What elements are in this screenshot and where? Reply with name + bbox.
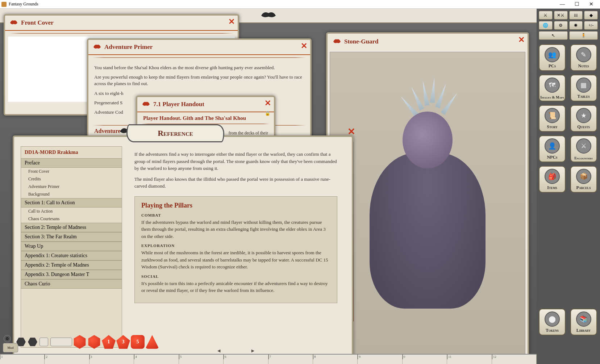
close-button[interactable]: ✕ [584,1,599,8]
minimize-button[interactable]: — [555,1,570,8]
d4-die[interactable] [145,335,159,349]
hotkey-2[interactable]: 2 [45,355,89,364]
close-icon[interactable]: ✕ [517,36,525,44]
images-icon: 🗺 [545,78,560,93]
modifier-box[interactable]: Mod [3,343,18,352]
toc-section-wrap[interactable]: Wrap Up [21,242,122,251]
tool-character-mode[interactable]: 🧍 [569,31,598,40]
sidebar-quests[interactable]: ★Quests [570,105,597,132]
reference-tab-label: Reference [158,129,193,138]
tool-combat[interactable]: ✕⚔ [554,11,568,20]
parcels-icon: 📦 [576,169,591,184]
toc-item[interactable]: Front Cover [21,168,122,175]
close-icon[interactable]: ✕ [264,99,272,107]
hotkey-7[interactable]: 7 [268,355,313,364]
dice-count-input[interactable] [50,338,72,346]
dice-input[interactable] [39,338,48,346]
lock-icon[interactable]: 🔒 [265,111,270,116]
hotkey-5[interactable]: 5 [179,355,224,364]
window-header[interactable]: 7.1 Player Handout [137,97,274,112]
close-icon[interactable]: ✕ [300,42,308,50]
hotkey-9[interactable]: 9 [358,355,402,364]
sidebar-pcs[interactable]: 👥PCs [539,44,566,71]
toc-item[interactable]: Call to Action [21,208,122,215]
toc-section-app1[interactable]: Appendix 1: Creature statistics [21,251,122,260]
dragon-logo-icon [259,10,278,21]
encounters-icon: ⚔ [576,138,591,154]
next-page-button[interactable]: ► [250,348,255,354]
hotkey-4[interactable]: 4 [134,355,179,364]
prev-page-button[interactable]: ◄ [216,348,221,354]
divider [93,57,306,58]
hotkey-8[interactable]: 8 [313,355,358,364]
toc-section-2[interactable]: Section 2: Temple of Madness [21,223,122,232]
sidebar-story[interactable]: 📜Story [539,105,566,132]
sidebar-tokens[interactable]: ⬤Tokens [539,309,566,335]
tool-globe[interactable]: 🌐 [539,21,553,30]
pillar-label-combat: COMBAT [141,213,330,217]
toc-item[interactable]: Chaos Courtesans [21,215,122,223]
sidebar-tables[interactable]: ▦Tables [570,75,597,101]
sidebar-encounters[interactable]: ⚔Encounters [570,135,597,162]
toc-section-chaos[interactable]: Chaos Curio [21,279,122,289]
toc-section-1[interactable]: Section 1: Call to Action [21,198,122,208]
toc-section-app2[interactable]: Appendix 2: Temple of Madnes [21,260,122,270]
window-title: Adventure Primer [104,43,306,51]
tool-settings[interactable]: ⚙ [554,21,568,30]
hotkey-12[interactable]: 12 [492,355,537,364]
toolbar-row-1: ⚔ ✕⚔ iii ◆ [539,11,598,20]
sidebar-item-label: Tokens [546,328,559,333]
toc-section-preface[interactable]: Preface [21,158,122,168]
d8-die[interactable]: 3 [116,335,130,349]
sidebar-item-label: Story [547,124,557,130]
hotkey-11[interactable]: 11 [447,355,492,364]
window-header[interactable]: Front Cover [5,16,238,31]
tool-pointer[interactable]: ⚔ [539,11,553,20]
reference-tab: Reference [126,124,224,142]
npcs-icon: 👤 [545,138,560,154]
d20-die[interactable] [73,335,87,349]
window-reference[interactable]: ✕ Reference DD1A-MORD Rrakkma Preface Fr… [13,135,353,356]
reference-content: If the adventurers find a way to interro… [126,146,345,348]
d10-die[interactable]: 1 [102,335,116,349]
dice-tray: 1 3 5 [16,335,159,349]
tool-effects[interactable]: ✺ [569,21,583,30]
app-title: Fantasy Grounds [9,1,38,7]
sidebar-npcs[interactable]: 👤NPCs [539,135,566,162]
toc-section-3[interactable]: Section 3: The Far Realm [21,232,122,242]
d6-die[interactable]: 5 [131,335,145,349]
pcs-icon: 👥 [545,47,560,62]
window-header[interactable]: Adventure Primer [88,40,310,55]
dice-slot[interactable] [16,337,26,347]
toc-section-app3[interactable]: Appendix 3. Dungeon Master T [21,270,122,279]
hotkey-1[interactable]: 1 [0,355,45,364]
pillar-text: While most of the mushrooms in the fores… [141,249,330,271]
toc-item[interactable]: Credits [21,175,122,183]
close-icon[interactable]: ✕ [347,126,355,137]
tool-book[interactable]: ◆ [584,11,598,20]
tool-modifier[interactable]: +/- [584,21,598,30]
sidebar-parcels[interactable]: 📦Parcels [570,166,597,193]
sidebar-library[interactable]: 📚Library [570,309,597,335]
notes-icon: ✎ [576,47,591,62]
creature-image[interactable] [330,52,525,358]
tool-info[interactable]: iii [569,11,583,20]
hotkey-6[interactable]: 6 [224,355,268,364]
tool-arrow-mode[interactable]: ↖ [539,31,568,40]
window-header[interactable]: Stone-Guard [328,34,528,50]
d12-die[interactable] [87,335,101,349]
maximize-button[interactable]: ☐ [570,1,584,8]
hotkey-0[interactable]: 0 [403,355,447,364]
window-stone-guard[interactable]: Stone-Guard ✕ [326,32,529,358]
settings-gear-button[interactable]: ⚙ [4,335,11,342]
sidebar-items[interactable]: 🎒Items [539,166,566,193]
toc-item[interactable]: Background [21,191,122,198]
toolbar-row-2: 🌐 ⚙ ✺ +/- [539,21,598,30]
sidebar-images[interactable]: 🗺Images & Maps [539,75,566,101]
sidebar-notes[interactable]: ✎Notes [570,44,597,71]
toc-item[interactable]: Adventure Primer [21,183,122,191]
pillar-text: If the adventurers bypass the warlord an… [141,219,330,240]
close-icon[interactable]: ✕ [228,18,236,26]
hotkey-3[interactable]: 3 [89,355,134,364]
dice-slot[interactable] [28,337,37,347]
